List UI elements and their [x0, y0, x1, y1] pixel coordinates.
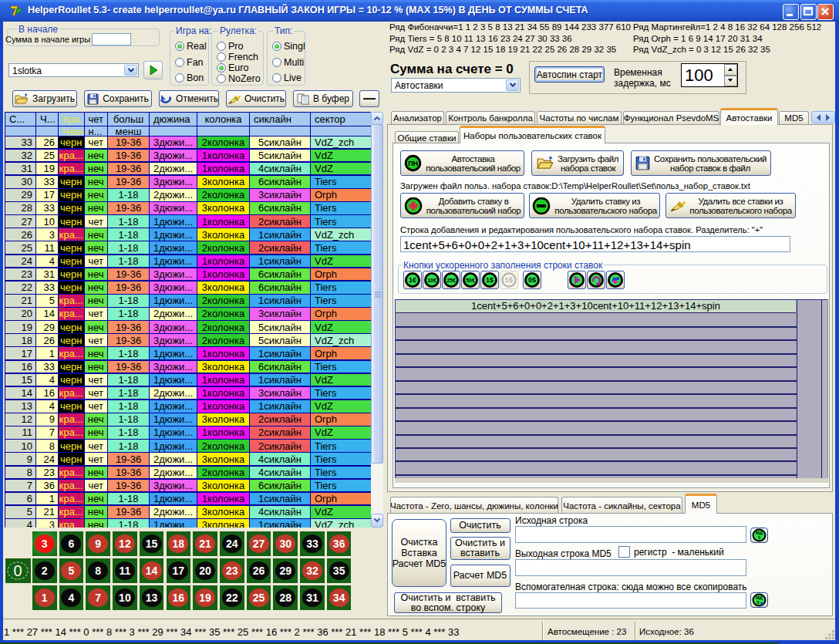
svg-text:5: 5 — [757, 535, 760, 540]
svg-text:1€: 1€ — [409, 276, 416, 284]
svg-text:50€: 50€ — [466, 278, 475, 283]
svg-text:5$: 5$ — [505, 276, 513, 284]
svg-text:ПН: ПН — [408, 160, 417, 167]
svg-text:5: 5 — [756, 600, 759, 605]
svg-text:0$: 0$ — [528, 276, 536, 284]
svg-text:1$: 1$ — [486, 276, 494, 284]
svg-text:25€: 25€ — [446, 278, 456, 283]
svg-text:10€: 10€ — [427, 278, 436, 283]
svg-text:0: 0 — [13, 562, 22, 579]
